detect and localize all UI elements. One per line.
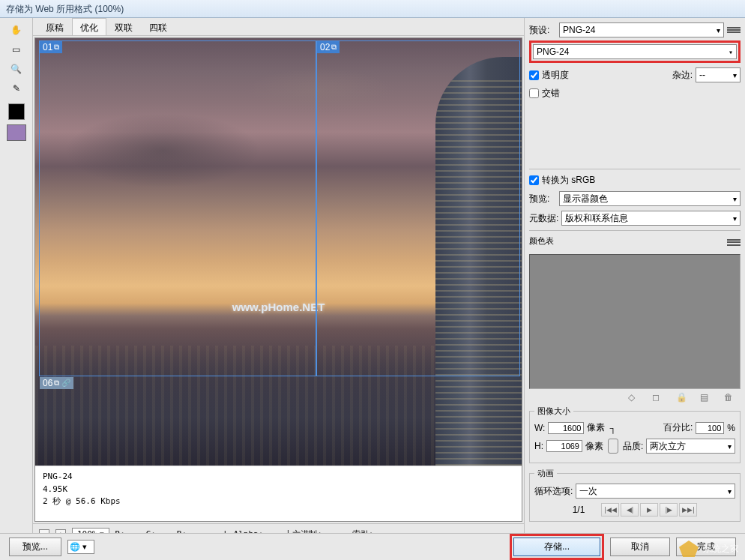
anim-next-button[interactable]: |▶ xyxy=(660,503,678,517)
matte-label: 杂边: xyxy=(672,69,693,82)
info-format: PNG-24 xyxy=(43,471,514,484)
interlace-checkbox[interactable]: 交错 xyxy=(529,87,560,100)
anim-last-button[interactable]: ▶▶| xyxy=(679,503,697,517)
tab-2up[interactable]: 双联 xyxy=(106,18,141,35)
title-bar: 存储为 Web 所用格式 (100%) xyxy=(0,0,745,18)
quality-label: 品质: xyxy=(623,440,643,453)
transparency-checkbox[interactable]: 透明度 xyxy=(529,69,569,82)
height-input[interactable] xyxy=(546,440,582,452)
window-title: 存储为 Web 所用格式 (100%) xyxy=(6,4,124,14)
tab-optimized[interactable]: 优化 xyxy=(72,18,106,35)
metadata-select[interactable]: 版权和联系信息 xyxy=(561,211,741,226)
slice-06-label[interactable]: 06 ⧉ 🔗 xyxy=(40,377,73,389)
width-label: W: xyxy=(534,423,545,433)
metadata-label: 元数据: xyxy=(529,212,558,225)
image-watermark: www.pHome.NET xyxy=(232,301,325,313)
animation-group: 动画 循环选项: 一次 1/1 |◀◀ ◀| ▶ |▶ ▶▶| xyxy=(529,468,741,522)
preset-label: 预设: xyxy=(529,24,556,37)
image-size-title: 图像大小 xyxy=(534,406,573,417)
foreground-color[interactable] xyxy=(8,103,25,120)
preset-select[interactable]: PNG-24 xyxy=(559,22,724,37)
anim-play-button[interactable]: ▶ xyxy=(640,503,658,517)
eyedropper-tool[interactable]: ✎ xyxy=(6,79,27,97)
ct-icon-2[interactable]: ◻ xyxy=(652,392,663,403)
format-highlight: PNG-24 xyxy=(529,40,741,63)
tab-original[interactable]: 原稿 xyxy=(37,18,72,35)
corner-logo-icon xyxy=(679,541,699,557)
image-size-group: 图像大小 W: 像素 ┐ 百分比: % H: 像素 品质: 两次立方 xyxy=(529,406,741,463)
preview-tabs: 原稿 优化 双联 四联 xyxy=(33,18,524,36)
slice-01-label[interactable]: 01 ⧉ xyxy=(40,41,62,53)
quality-select[interactable]: 两次立方 xyxy=(646,439,735,454)
format-select[interactable]: PNG-24 xyxy=(533,44,737,59)
preview-select[interactable]: 显示器颜色 xyxy=(559,191,741,206)
color-table-actions: ◇ ◻ 🔒 ▤ 🗑 xyxy=(529,389,741,406)
hand-tool[interactable]: ✋ xyxy=(6,21,27,39)
ct-lock-icon[interactable]: 🔒 xyxy=(676,392,687,403)
animation-title: 动画 xyxy=(534,468,557,479)
save-button[interactable]: 存储... xyxy=(513,538,600,556)
convert-srgb-checkbox[interactable]: 转换为 sRGB xyxy=(529,174,741,187)
anim-prev-button[interactable]: ◀| xyxy=(621,503,639,517)
percent-input[interactable] xyxy=(696,422,724,434)
zoom-tool[interactable]: 🔍 xyxy=(6,60,27,78)
panel-menu-icon[interactable] xyxy=(727,25,741,35)
anim-first-button[interactable]: |◀◀ xyxy=(601,503,619,517)
info-size: 4.95K xyxy=(43,484,514,496)
color-table-title: 颜色表 xyxy=(529,235,554,247)
matte-select[interactable]: -- xyxy=(696,67,741,82)
percent-label: 百分比: xyxy=(663,421,693,434)
loop-select[interactable]: 一次 xyxy=(576,484,735,499)
percent-unit: % xyxy=(727,423,735,433)
left-toolbar: ✋ ▭ 🔍 ✎ xyxy=(0,18,33,544)
footer-bar: 预览... 🌐 ▾ 存储... 取消 完成 系统之家 xyxy=(0,533,745,560)
preview-label: 预览: xyxy=(529,193,556,205)
constrain-link-icon[interactable] xyxy=(608,439,618,454)
browser-preview-select[interactable]: 🌐 ▾ xyxy=(67,540,94,554)
optimization-info: PNG-24 4.95K 2 秒 @ 56.6 Kbps xyxy=(35,466,522,513)
px-label-1: 像素 xyxy=(587,421,605,434)
ct-icon-1[interactable]: ◇ xyxy=(628,392,639,403)
height-label: H: xyxy=(534,441,543,451)
loop-label: 循环选项: xyxy=(534,485,573,498)
ct-trash-icon[interactable]: 🗑 xyxy=(724,392,735,403)
image-preview[interactable]: www.pHome.NET 01 ⧉ 02 ⧉ 06 ⧉ 🔗 PNG-24 4.… xyxy=(34,37,522,522)
tab-4up[interactable]: 四联 xyxy=(141,18,175,35)
slice-02-label[interactable]: 02 ⧉ xyxy=(317,41,340,53)
px-label-2: 像素 xyxy=(585,440,603,453)
frame-indicator: 1/1 xyxy=(573,505,585,515)
color-table[interactable] xyxy=(529,254,741,389)
color-table-menu-icon[interactable] xyxy=(727,238,741,248)
save-highlight: 存储... xyxy=(510,534,604,560)
settings-panel: 预设: PNG-24 PNG-24 透明度 杂边: -- 交错 转换为 sRGB… xyxy=(524,18,745,544)
preview-button[interactable]: 预览... xyxy=(9,538,61,556)
width-input[interactable] xyxy=(548,422,584,434)
ct-new-icon[interactable]: ▤ xyxy=(700,392,711,403)
corner-watermark: 系统之家 xyxy=(679,541,739,557)
info-speed: 2 秒 @ 56.6 Kbps xyxy=(43,496,514,508)
cancel-button[interactable]: 取消 xyxy=(610,538,670,556)
slice-visibility-toggle[interactable] xyxy=(7,124,26,141)
slice-select-tool[interactable]: ▭ xyxy=(6,40,27,58)
